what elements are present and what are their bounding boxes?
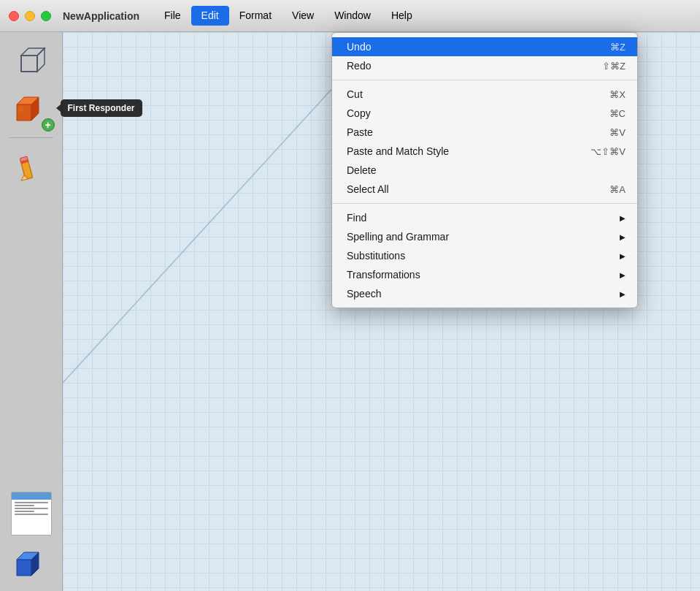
toolbar: + First Responder xyxy=(0,32,63,591)
menu-item-redo[interactable]: Redo ⇧⌘Z xyxy=(332,56,637,75)
doc-thumb-line-3 xyxy=(15,514,48,515)
svg-marker-9 xyxy=(18,106,23,112)
doc-thumb-line xyxy=(15,502,48,503)
window-controls xyxy=(0,11,51,21)
transformations-label: Transformations xyxy=(347,269,614,281)
menu-view[interactable]: View xyxy=(282,6,324,26)
redo-shortcut: ⇧⌘Z xyxy=(602,61,626,72)
menu-item-find[interactable]: Find ▶ xyxy=(332,208,637,227)
menu-section-undo: Undo ⌘Z Redo ⇧⌘Z xyxy=(332,36,637,77)
transformations-arrow: ▶ xyxy=(620,271,626,279)
separator-1 xyxy=(332,80,637,80)
blue-cube-icon xyxy=(13,544,50,580)
blue-cube-tool[interactable] xyxy=(11,541,52,582)
paste-label: Paste xyxy=(347,126,595,138)
pencil-icon xyxy=(15,151,47,183)
menu-item-transformations[interactable]: Transformations ▶ xyxy=(332,265,637,284)
doc-thumb-line-short xyxy=(15,505,35,506)
menu-item-paste[interactable]: Paste ⌘V xyxy=(332,123,637,142)
doc-thumb-header xyxy=(12,492,51,500)
doc-thumb-lines xyxy=(12,500,51,517)
delete-label: Delete xyxy=(347,164,611,176)
doc-thumb-line-2 xyxy=(15,508,48,509)
menu-item-copy[interactable]: Copy ⌘C xyxy=(332,104,637,123)
toolbar-divider-1 xyxy=(9,137,53,138)
menu-item-paste-match[interactable]: Paste and Match Style ⌥⇧⌘V xyxy=(332,142,637,161)
find-arrow: ▶ xyxy=(620,214,626,222)
menu-item-cut[interactable]: Cut ⌘X xyxy=(332,85,637,104)
undo-label: Undo xyxy=(347,41,596,53)
toolbar-bottom xyxy=(11,492,52,591)
svg-marker-2 xyxy=(37,48,45,72)
menu-file[interactable]: File xyxy=(154,6,191,26)
select-all-shortcut: ⌘A xyxy=(609,184,626,195)
cut-shortcut: ⌘X xyxy=(609,89,626,100)
copy-shortcut: ⌘C xyxy=(609,108,626,119)
app-title: NewApplication xyxy=(63,10,139,22)
copy-label: Copy xyxy=(347,107,595,119)
first-responder-tool[interactable]: + First Responder xyxy=(11,88,52,129)
speech-arrow: ▶ xyxy=(620,290,626,298)
cut-label: Cut xyxy=(347,88,595,100)
close-button[interactable] xyxy=(9,11,19,21)
menu-edit[interactable]: Edit xyxy=(191,6,229,26)
menu-section-clipboard: Cut ⌘X Copy ⌘C Paste ⌘V Paste and Match … xyxy=(332,83,637,200)
add-badge: + xyxy=(42,118,55,131)
find-label: Find xyxy=(347,212,614,224)
menu-item-select-all[interactable]: Select All ⌘A xyxy=(332,180,637,199)
substitutions-arrow: ▶ xyxy=(620,252,626,260)
menu-format[interactable]: Format xyxy=(229,6,282,26)
paste-match-shortcut: ⌥⇧⌘V xyxy=(591,146,626,157)
cube-wireframe-icon xyxy=(15,45,47,77)
menu-window[interactable]: Window xyxy=(324,6,381,26)
doc-thumb-line-short-2 xyxy=(15,511,35,512)
substitutions-label: Substitutions xyxy=(347,250,614,262)
minimize-button[interactable] xyxy=(25,11,35,21)
separator-2 xyxy=(332,203,637,204)
edit-dropdown-menu: Undo ⌘Z Redo ⇧⌘Z Cut ⌘X Copy ⌘C Paste ⌘V… xyxy=(331,32,638,308)
spelling-arrow: ▶ xyxy=(620,233,626,241)
select-all-label: Select All xyxy=(347,183,595,195)
speech-label: Speech xyxy=(347,288,614,300)
menu-bar: File Edit Format View Window Help xyxy=(154,6,700,26)
redo-label: Redo xyxy=(347,60,588,72)
svg-rect-0 xyxy=(21,56,37,72)
title-bar: NewApplication File Edit Format View Win… xyxy=(0,0,700,32)
menu-help[interactable]: Help xyxy=(381,6,423,26)
cube-tool[interactable] xyxy=(11,41,52,82)
doc-thumbnail[interactable] xyxy=(11,492,52,535)
pencil-tool[interactable] xyxy=(11,147,52,188)
undo-shortcut: ⌘Z xyxy=(610,42,626,53)
svg-marker-14 xyxy=(17,560,31,576)
menu-item-delete[interactable]: Delete xyxy=(332,161,637,180)
paste-shortcut: ⌘V xyxy=(609,127,626,138)
spelling-label: Spelling and Grammar xyxy=(347,231,614,243)
maximize-button[interactable] xyxy=(41,11,51,21)
menu-item-undo[interactable]: Undo ⌘Z xyxy=(332,37,637,56)
paste-match-label: Paste and Match Style xyxy=(347,145,576,157)
menu-section-advanced: Find ▶ Spelling and Grammar ▶ Substituti… xyxy=(332,207,637,305)
menu-item-substitutions[interactable]: Substitutions ▶ xyxy=(332,246,637,265)
menu-item-speech[interactable]: Speech ▶ xyxy=(332,284,637,303)
menu-item-spelling[interactable]: Spelling and Grammar ▶ xyxy=(332,227,637,246)
